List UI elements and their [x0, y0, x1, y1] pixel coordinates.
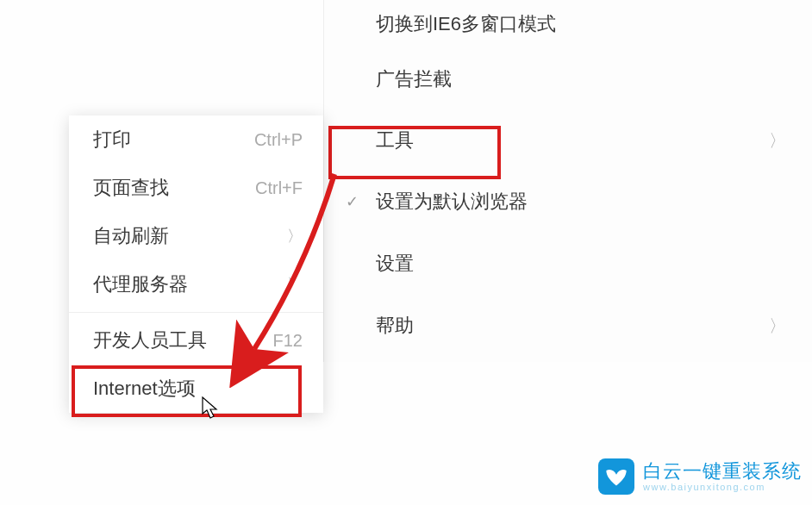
submenu-item-devtools[interactable]: 开发人员工具 F12	[69, 316, 323, 365]
chevron-right-icon: 〉	[287, 274, 303, 295]
menu-item-switch-mode[interactable]: 切换到IE6多窗口模式	[324, 0, 812, 48]
watermark-title: 白云一键重装系统	[643, 461, 802, 482]
menu-item-help[interactable]: 帮助 〉	[324, 295, 812, 357]
menu-item-tools[interactable]: 工具 〉	[324, 110, 812, 171]
watermark-logo-icon	[598, 458, 634, 495]
shortcut-text: Ctrl+F	[255, 178, 303, 198]
menu-label: 设置为默认浏览器	[376, 189, 786, 215]
menu-label: 工具	[376, 128, 769, 153]
main-menu-panel: 切换到IE6多窗口模式 广告拦截 工具 〉 ✓ 设置为默认浏览器 设置 帮助 〉	[323, 0, 812, 362]
chevron-right-icon: 〉	[769, 315, 786, 338]
chevron-right-icon: 〉	[769, 129, 786, 153]
submenu-item-internet-options[interactable]: Internet选项	[69, 365, 323, 413]
submenu-label: Internet选项	[93, 376, 303, 402]
tools-submenu: 打印 Ctrl+P 页面查找 Ctrl+F 自动刷新 〉 代理服务器 〉 开发人…	[69, 115, 323, 413]
menu-item-set-default[interactable]: ✓ 设置为默认浏览器	[324, 171, 812, 233]
menu-label: 帮助	[376, 313, 769, 339]
shortcut-text: Ctrl+P	[254, 130, 303, 150]
watermark: 白云一键重装系统 www.baiyunxitong.com	[598, 458, 802, 495]
menu-item-settings[interactable]: 设置	[324, 233, 812, 295]
submenu-label: 代理服务器	[93, 271, 287, 297]
check-icon: ✓	[346, 192, 359, 211]
submenu-item-auto-refresh[interactable]: 自动刷新 〉	[69, 212, 323, 260]
submenu-item-find[interactable]: 页面查找 Ctrl+F	[69, 164, 323, 212]
menu-label: 设置	[376, 251, 786, 277]
submenu-item-proxy[interactable]: 代理服务器 〉	[69, 260, 323, 309]
submenu-label: 页面查找	[93, 175, 255, 201]
watermark-url: www.baiyunxitong.com	[643, 482, 802, 492]
menu-label: 切换到IE6多窗口模式	[376, 11, 786, 37]
submenu-label: 打印	[93, 127, 254, 153]
chevron-right-icon: 〉	[287, 226, 303, 246]
menu-label: 广告拦截	[376, 66, 786, 92]
shortcut-text: F12	[273, 331, 303, 351]
submenu-label: 开发人员工具	[93, 327, 273, 353]
submenu-item-print[interactable]: 打印 Ctrl+P	[69, 115, 323, 164]
watermark-text: 白云一键重装系统 www.baiyunxitong.com	[643, 461, 802, 492]
menu-separator	[69, 312, 323, 313]
menu-item-adblock[interactable]: 广告拦截	[324, 48, 812, 110]
submenu-label: 自动刷新	[93, 223, 287, 249]
